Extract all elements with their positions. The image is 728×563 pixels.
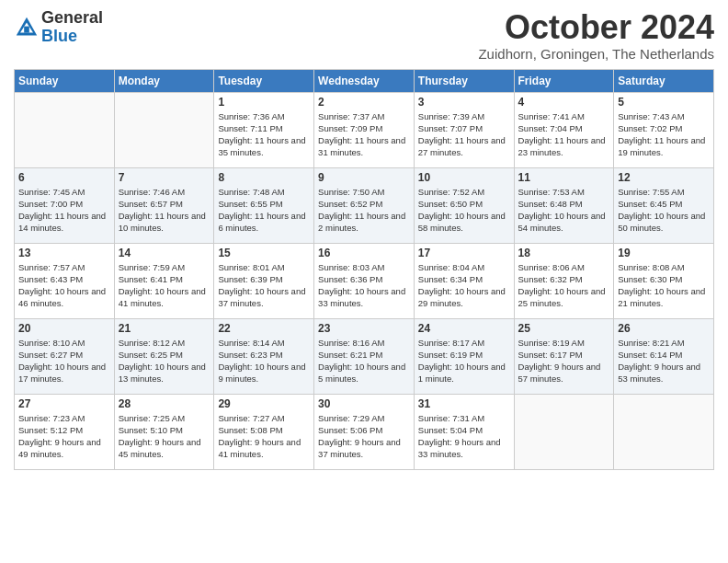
day-header-tuesday: Tuesday [214,69,314,92]
day-number: 1 [218,96,310,109]
calendar-cell: 25Sunrise: 8:19 AM Sunset: 6:17 PM Dayli… [514,318,614,394]
day-number: 7 [119,171,210,184]
day-number: 28 [119,397,210,410]
day-info: Sunrise: 7:41 AM Sunset: 7:04 PM Dayligh… [518,110,610,159]
day-number: 25 [518,322,610,335]
day-info: Sunrise: 7:45 AM Sunset: 7:00 PM Dayligh… [18,186,110,235]
day-number: 18 [518,247,610,259]
calendar-cell: 22Sunrise: 8:14 AM Sunset: 6:23 PM Dayli… [214,318,314,394]
day-number: 14 [119,247,210,259]
calendar-cell: 13Sunrise: 7:57 AM Sunset: 6:43 PM Dayli… [15,243,115,318]
calendar-cell: 18Sunrise: 8:06 AM Sunset: 6:32 PM Dayli… [514,243,614,318]
page: General Blue October 2024 Zuidhorn, Gron… [0,0,728,563]
day-number: 13 [18,247,110,259]
day-number: 23 [318,322,410,335]
week-row-4: 20Sunrise: 8:10 AM Sunset: 6:27 PM Dayli… [15,318,714,394]
day-info: Sunrise: 7:25 AM Sunset: 5:10 PM Dayligh… [119,412,210,461]
calendar-cell: 20Sunrise: 8:10 AM Sunset: 6:27 PM Dayli… [15,318,115,394]
calendar-cell: 28Sunrise: 7:25 AM Sunset: 5:10 PM Dayli… [114,394,214,469]
day-number: 31 [418,397,510,410]
day-info: Sunrise: 7:37 AM Sunset: 7:09 PM Dayligh… [318,110,410,159]
day-info: Sunrise: 8:17 AM Sunset: 6:19 PM Dayligh… [418,337,510,385]
day-header-monday: Monday [114,69,214,92]
calendar-cell: 2Sunrise: 7:37 AM Sunset: 7:09 PM Daylig… [314,92,415,167]
calendar-cell: 11Sunrise: 7:53 AM Sunset: 6:48 PM Dayli… [514,167,614,243]
day-info: Sunrise: 8:06 AM Sunset: 6:32 PM Dayligh… [518,261,610,310]
day-info: Sunrise: 8:21 AM Sunset: 6:14 PM Dayligh… [618,337,710,385]
day-number: 16 [318,247,410,259]
week-row-2: 6Sunrise: 7:45 AM Sunset: 7:00 PM Daylig… [15,167,714,243]
calendar-cell: 15Sunrise: 8:01 AM Sunset: 6:39 PM Dayli… [214,243,314,318]
logo-blue: Blue [41,28,103,46]
day-info: Sunrise: 8:12 AM Sunset: 6:25 PM Dayligh… [119,337,210,385]
day-info: Sunrise: 7:52 AM Sunset: 6:50 PM Dayligh… [418,186,510,235]
calendar-cell: 27Sunrise: 7:23 AM Sunset: 5:12 PM Dayli… [15,394,115,469]
week-row-1: 1Sunrise: 7:36 AM Sunset: 7:11 PM Daylig… [15,92,714,167]
day-number: 26 [618,322,710,335]
day-info: Sunrise: 8:14 AM Sunset: 6:23 PM Dayligh… [218,337,310,385]
calendar-cell: 31Sunrise: 7:31 AM Sunset: 5:04 PM Dayli… [414,394,514,469]
day-header-wednesday: Wednesday [314,69,415,92]
calendar-cell: 19Sunrise: 8:08 AM Sunset: 6:30 PM Dayli… [614,243,714,318]
day-number: 27 [18,397,110,410]
calendar-cell [114,92,214,167]
title-block: October 2024 Zuidhorn, Groningen, The Ne… [478,9,714,62]
day-info: Sunrise: 8:08 AM Sunset: 6:30 PM Dayligh… [618,261,710,310]
calendar-cell: 14Sunrise: 7:59 AM Sunset: 6:41 PM Dayli… [114,243,214,318]
day-number: 9 [318,171,410,184]
calendar-cell: 8Sunrise: 7:48 AM Sunset: 6:55 PM Daylig… [214,167,314,243]
day-number: 17 [418,247,510,259]
day-info: Sunrise: 8:19 AM Sunset: 6:17 PM Dayligh… [518,337,610,385]
day-info: Sunrise: 7:43 AM Sunset: 7:02 PM Dayligh… [618,110,710,159]
day-info: Sunrise: 7:39 AM Sunset: 7:07 PM Dayligh… [418,110,510,159]
calendar-cell: 5Sunrise: 7:43 AM Sunset: 7:02 PM Daylig… [614,92,714,167]
calendar-cell: 9Sunrise: 7:50 AM Sunset: 6:52 PM Daylig… [314,167,415,243]
day-info: Sunrise: 7:53 AM Sunset: 6:48 PM Dayligh… [518,186,610,235]
calendar-cell: 3Sunrise: 7:39 AM Sunset: 7:07 PM Daylig… [414,92,514,167]
calendar-cell: 21Sunrise: 8:12 AM Sunset: 6:25 PM Dayli… [114,318,214,394]
calendar-cell [614,394,714,469]
calendar-cell: 10Sunrise: 7:52 AM Sunset: 6:50 PM Dayli… [414,167,514,243]
day-number: 4 [518,96,610,109]
day-info: Sunrise: 7:48 AM Sunset: 6:55 PM Dayligh… [218,186,310,235]
day-info: Sunrise: 8:01 AM Sunset: 6:39 PM Dayligh… [218,261,310,310]
day-info: Sunrise: 7:57 AM Sunset: 6:43 PM Dayligh… [18,261,110,310]
day-number: 21 [119,322,210,335]
day-number: 11 [518,171,610,184]
calendar-cell: 4Sunrise: 7:41 AM Sunset: 7:04 PM Daylig… [514,92,614,167]
day-info: Sunrise: 8:04 AM Sunset: 6:34 PM Dayligh… [418,261,510,310]
header: General Blue October 2024 Zuidhorn, Gron… [14,9,714,62]
calendar-cell: 6Sunrise: 7:45 AM Sunset: 7:00 PM Daylig… [15,167,115,243]
day-number: 15 [218,247,310,259]
day-header-friday: Friday [514,69,614,92]
day-number: 20 [18,322,110,335]
calendar-cell: 23Sunrise: 8:16 AM Sunset: 6:21 PM Dayli… [314,318,415,394]
day-info: Sunrise: 8:16 AM Sunset: 6:21 PM Dayligh… [318,337,410,385]
day-number: 30 [318,397,410,410]
day-info: Sunrise: 8:03 AM Sunset: 6:36 PM Dayligh… [318,261,410,310]
calendar-cell: 30Sunrise: 7:29 AM Sunset: 5:06 PM Dayli… [314,394,415,469]
day-number: 5 [618,96,710,109]
calendar-cell: 1Sunrise: 7:36 AM Sunset: 7:11 PM Daylig… [214,92,314,167]
header-row: SundayMondayTuesdayWednesdayThursdayFrid… [15,69,714,92]
week-row-3: 13Sunrise: 7:57 AM Sunset: 6:43 PM Dayli… [15,243,714,318]
day-info: Sunrise: 7:46 AM Sunset: 6:57 PM Dayligh… [119,186,210,235]
day-info: Sunrise: 7:59 AM Sunset: 6:41 PM Dayligh… [119,261,210,310]
calendar-cell: 16Sunrise: 8:03 AM Sunset: 6:36 PM Dayli… [314,243,415,318]
day-number: 24 [418,322,510,335]
day-number: 6 [18,171,110,184]
day-info: Sunrise: 8:10 AM Sunset: 6:27 PM Dayligh… [18,337,110,385]
day-number: 3 [418,96,510,109]
day-header-saturday: Saturday [614,69,714,92]
day-number: 19 [618,247,710,259]
calendar-cell: 29Sunrise: 7:27 AM Sunset: 5:08 PM Dayli… [214,394,314,469]
day-number: 22 [218,322,310,335]
calendar-cell: 26Sunrise: 8:21 AM Sunset: 6:14 PM Dayli… [614,318,714,394]
calendar-cell [514,394,614,469]
logo-general: General [41,9,103,28]
location-subtitle: Zuidhorn, Groningen, The Netherlands [478,46,714,62]
day-header-sunday: Sunday [15,69,115,92]
svg-rect-2 [24,26,29,32]
day-number: 12 [618,171,710,184]
day-info: Sunrise: 7:23 AM Sunset: 5:12 PM Dayligh… [18,412,110,461]
